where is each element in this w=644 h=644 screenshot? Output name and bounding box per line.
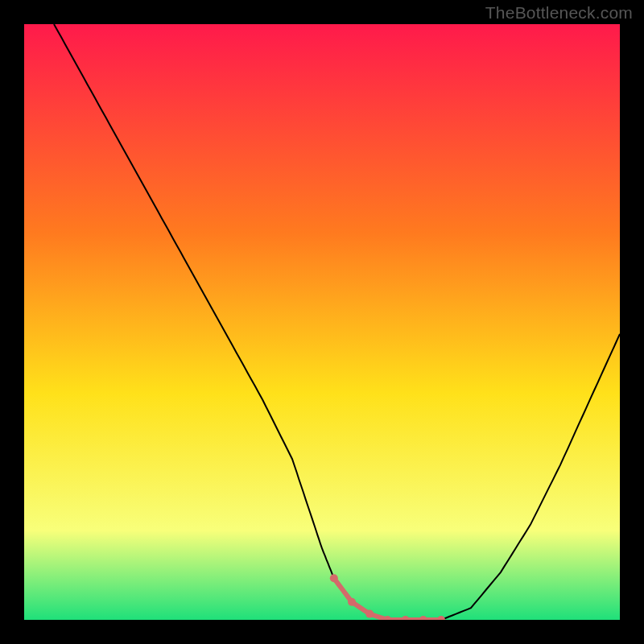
- plot-background: [24, 24, 620, 620]
- chart-frame: TheBottleneck.com: [0, 0, 644, 644]
- optimal-point: [402, 616, 410, 624]
- watermark-text: TheBottleneck.com: [485, 3, 633, 23]
- optimal-point: [365, 610, 374, 618]
- optimal-point: [330, 574, 338, 582]
- optimal-point: [437, 616, 445, 624]
- chart-svg: [0, 0, 644, 644]
- optimal-point: [348, 598, 356, 606]
- optimal-point: [419, 616, 427, 624]
- optimal-point: [383, 616, 391, 624]
